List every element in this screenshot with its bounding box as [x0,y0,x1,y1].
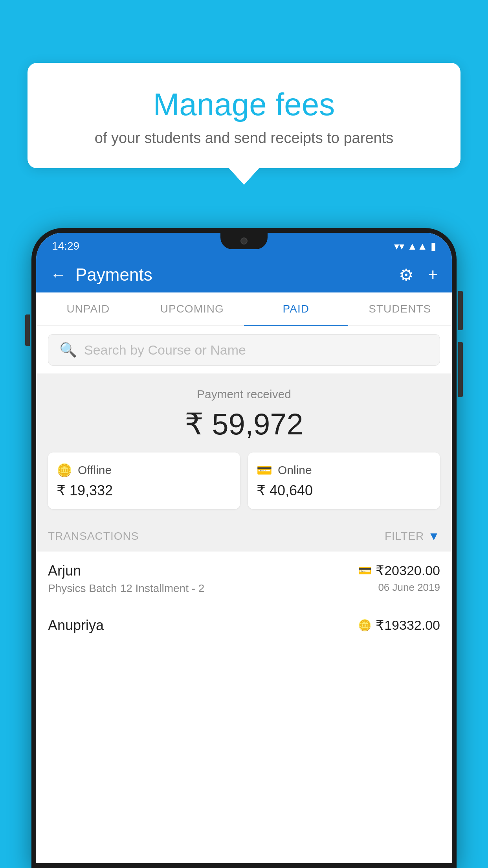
search-icon: 🔍 [59,342,77,358]
search-container: 🔍 Search by Course or Name [36,326,452,373]
transaction-right: 💳 ₹20320.00 06 June 2019 [358,563,440,594]
tab-students[interactable]: STUDENTS [348,292,452,326]
transaction-name: Anupriya [48,617,104,634]
transaction-amount-row: 🪙 ₹19332.00 [358,617,440,633]
notch [220,233,268,249]
payment-type-icon: 🪙 [358,619,372,632]
app-bar: ← Payments ⚙ + [36,257,452,292]
tooltip-card: Manage fees of your students and send re… [28,63,460,168]
online-card: 💳 Online ₹ 40,640 [248,452,440,509]
status-icons: ▾▾ ▲▲ ▮ [394,240,436,252]
volume-down-button [458,342,463,397]
online-card-header: 💳 Online [257,463,431,478]
transaction-item[interactable]: Arjun Physics Batch 12 Installment - 2 💳… [36,552,452,606]
online-amount: ₹ 40,640 [257,482,431,499]
tab-upcoming[interactable]: UPCOMING [140,292,244,326]
power-button [458,291,463,330]
back-button[interactable]: ← [50,266,66,284]
tooltip-title: Manage fees [47,86,441,123]
status-bar: 14:29 ▾▾ ▲▲ ▮ [36,233,452,257]
offline-card: 🪙 Offline ₹ 19,332 [48,452,240,509]
payment-total-amount: ₹ 59,972 [48,406,440,441]
front-camera [240,237,248,245]
offline-icon: 🪙 [57,463,72,478]
filter-label: FILTER [385,530,424,542]
transaction-list: Arjun Physics Batch 12 Installment - 2 💳… [36,552,452,863]
tooltip-subtitle: of your students and send receipts to pa… [47,130,441,147]
signal-icon: ▲▲ [407,240,427,252]
search-bar[interactable]: 🔍 Search by Course or Name [48,334,440,366]
volume-button [25,314,30,346]
payment-cards: 🪙 Offline ₹ 19,332 💳 Online ₹ 40,640 [48,452,440,509]
transaction-name: Arjun [48,563,204,579]
transactions-header: TRANSACTIONS FILTER ▼ [36,521,452,552]
payment-summary: Payment received ₹ 59,972 🪙 Offline ₹ 19… [36,373,452,521]
phone-frame: 14:29 ▾▾ ▲▲ ▮ ← Payments ⚙ + UNPAID [31,228,457,868]
transaction-course: Physics Batch 12 Installment - 2 [48,582,204,595]
transaction-item[interactable]: Anupriya 🪙 ₹19332.00 [36,606,452,648]
tab-unpaid[interactable]: UNPAID [36,292,140,326]
transaction-amount-row: 💳 ₹20320.00 [358,563,440,578]
offline-card-header: 🪙 Offline [57,463,231,478]
online-icon: 💳 [257,463,272,478]
transaction-right: 🪙 ₹19332.00 [358,617,440,636]
transaction-left: Anupriya [48,617,104,637]
payment-type-icon: 💳 [358,564,372,577]
offline-amount: ₹ 19,332 [57,482,231,499]
transactions-label: TRANSACTIONS [48,530,139,542]
app-bar-left: ← Payments [50,265,152,285]
settings-icon[interactable]: ⚙ [399,265,414,285]
offline-label: Offline [78,463,112,477]
app-bar-right: ⚙ + [399,265,438,285]
transaction-date: 06 June 2019 [358,581,440,594]
transaction-amount: ₹19332.00 [376,617,440,633]
wifi-icon: ▾▾ [394,240,404,252]
tab-paid[interactable]: PAID [244,292,348,326]
online-label: Online [278,463,312,477]
payment-received-label: Payment received [48,388,440,401]
page-title: Payments [75,265,152,285]
search-placeholder: Search by Course or Name [84,342,246,358]
filter-button[interactable]: FILTER ▼ [385,530,440,543]
transaction-left: Arjun Physics Batch 12 Installment - 2 [48,563,204,595]
phone-screen: 14:29 ▾▾ ▲▲ ▮ ← Payments ⚙ + UNPAID [36,233,452,863]
transaction-amount: ₹20320.00 [376,563,440,578]
add-button[interactable]: + [428,265,438,284]
filter-icon: ▼ [428,530,440,543]
tabs-bar: UNPAID UPCOMING PAID STUDENTS [36,292,452,326]
status-time: 14:29 [52,240,79,252]
battery-icon: ▮ [431,240,436,252]
